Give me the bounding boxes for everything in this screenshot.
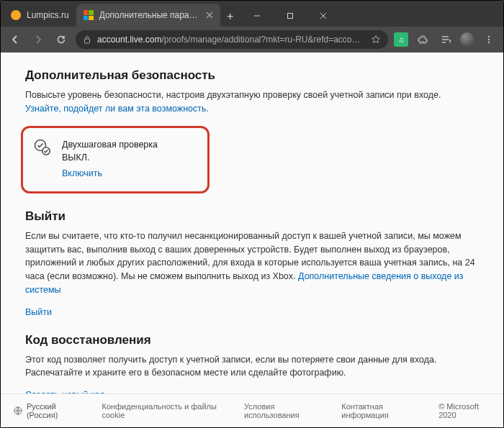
language-selector[interactable]: Русский (Россия) — [14, 402, 80, 419]
security-learn-more-link[interactable]: Узнайте, подойдет ли вам эта возможность… — [25, 104, 209, 114]
footer-privacy-link[interactable]: Конфиденциальность и файлы cookie — [102, 402, 222, 419]
extensions-icon[interactable] — [414, 31, 431, 48]
two-step-enable-link[interactable]: Включить — [62, 167, 158, 180]
signout-body: Если вы считаете, что кто-то получил нес… — [25, 229, 479, 297]
url-box[interactable]: account.live.com/proofs/manage/additiona… — [76, 30, 388, 49]
tab-label: Дополнительные параметры б… — [99, 10, 200, 20]
footer-contact-link[interactable]: Контактная информация — [341, 402, 420, 419]
window-maximize[interactable] — [274, 5, 307, 27]
recovery-heading: Код восстановления — [25, 333, 479, 347]
svg-rect-0 — [287, 14, 292, 19]
two-step-card: Двухшаговая проверка ВЫКЛ. Включить — [21, 126, 210, 193]
reading-list-icon[interactable] — [437, 31, 454, 48]
security-intro: Повысьте уровень безопасности, настроив … — [25, 88, 479, 116]
extension-green[interactable]: ♫ — [394, 32, 408, 47]
favicon-lumpics — [11, 10, 21, 20]
nav-forward — [30, 31, 47, 48]
nav-reload[interactable] — [53, 31, 70, 48]
tab-lumpics[interactable]: Lumpics.ru — [4, 4, 76, 27]
favicon-microsoft — [84, 10, 94, 20]
browser-window: Lumpics.ru Дополнительные параметры б… +… — [0, 0, 504, 428]
new-tab-button[interactable]: + — [220, 6, 240, 27]
menu-icon[interactable] — [480, 31, 498, 48]
profile-avatar[interactable] — [460, 32, 474, 47]
tab-active[interactable]: Дополнительные параметры б… — [76, 4, 220, 27]
close-icon[interactable] — [206, 12, 213, 19]
window-close[interactable] — [307, 5, 340, 27]
footer-terms-link[interactable]: Условия использования — [244, 402, 320, 419]
two-step-icon — [33, 138, 52, 157]
page-content: Дополнительная безопасность Повысьте уро… — [1, 53, 503, 427]
signout-action-link[interactable]: Выйти — [25, 307, 479, 317]
two-step-text: Двухшаговая проверка ВЫКЛ. Включить — [62, 138, 158, 180]
tab-label: Lumpics.ru — [27, 10, 69, 20]
svg-rect-1 — [85, 39, 90, 43]
tabstrip: Lumpics.ru Дополнительные параметры б… + — [1, 1, 503, 27]
window-minimize[interactable] — [240, 5, 274, 27]
svg-point-2 — [488, 36, 490, 37]
two-step-title: Двухшаговая проверка — [62, 138, 158, 151]
nav-back[interactable] — [6, 31, 24, 48]
security-heading: Дополнительная безопасность — [25, 68, 479, 83]
svg-point-4 — [488, 42, 490, 43]
two-step-status: ВЫКЛ. — [62, 151, 158, 164]
globe-icon — [14, 406, 22, 416]
page-footer: Русский (Россия) Конфиденциальность и фа… — [1, 393, 503, 427]
url-text: account.live.com/proofs/manage/additiona… — [97, 35, 365, 45]
svg-point-3 — [488, 39, 490, 40]
signout-heading: Выйти — [25, 209, 479, 224]
recovery-body: Этот код позволяет получить доступ к уче… — [25, 353, 479, 381]
footer-copyright: © Microsoft 2020 — [438, 402, 490, 419]
star-icon[interactable] — [371, 35, 381, 45]
address-bar: account.live.com/proofs/manage/additiona… — [1, 27, 503, 53]
lock-icon — [83, 35, 91, 44]
